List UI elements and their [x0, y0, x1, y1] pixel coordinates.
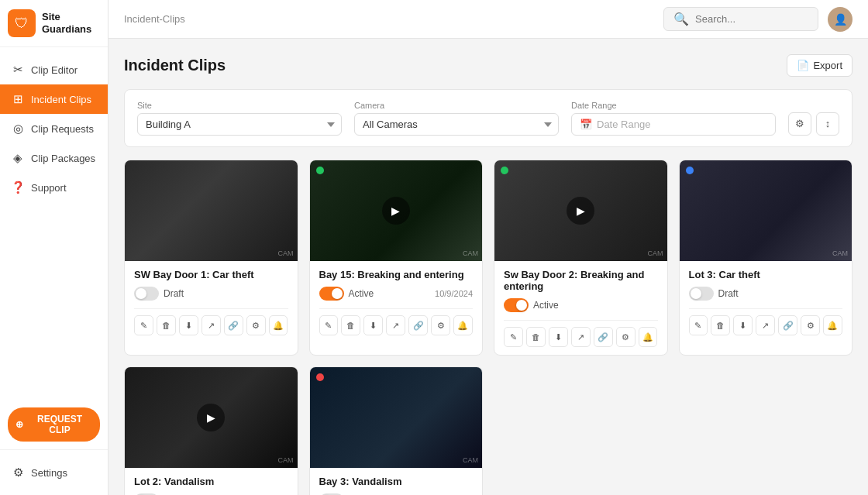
status-dot — [316, 373, 324, 381]
date-range-label: Date Range — [571, 101, 776, 110]
request-clip-button[interactable]: ⊕ REQUEST CLIP — [8, 407, 100, 442]
play-button[interactable]: ▶ — [567, 197, 594, 225]
export-button[interactable]: 📄 Export — [787, 54, 852, 77]
clip-actions: ✎ 🗑 ⬇ ↗ 🔗 ⚙ 🔔 — [319, 308, 474, 335]
link-button[interactable]: 🔗 — [594, 327, 613, 347]
thumb-detail: CAM — [463, 456, 478, 464]
search-bar[interactable]: 🔍 — [663, 7, 818, 31]
edit-button[interactable]: ✎ — [134, 315, 153, 335]
delete-button[interactable]: 🗑 — [711, 315, 730, 335]
sidebar-item-support[interactable]: ❓ Support — [0, 173, 108, 202]
topbar-right: 🔍 👤 — [663, 7, 852, 32]
request-clip-label: REQUEST CLIP — [27, 414, 92, 435]
filters-row: Site Building A Building B Building C Ca… — [124, 89, 852, 147]
clip-status-row: Active 10/9/2024 — [319, 287, 474, 301]
download-button[interactable]: ⬇ — [179, 315, 198, 335]
delete-button[interactable]: 🗑 — [341, 315, 360, 335]
download-button[interactable]: ⬇ — [363, 315, 383, 335]
search-icon: 🔍 — [673, 12, 689, 26]
clip-card: CAM SW Bay Door 1: Car theft Draft ✎ 🗑 ⬇… — [124, 160, 298, 356]
download-button[interactable]: ⬇ — [549, 327, 568, 347]
filter-button[interactable]: ⚙ — [788, 112, 811, 136]
clip-thumbnail[interactable]: ▶ CAM — [310, 160, 483, 261]
sort-icon: ↕ — [825, 118, 831, 129]
settings-button[interactable]: ⚙ — [801, 315, 820, 335]
sidebar-item-label: Clip Requests — [31, 123, 94, 135]
clip-requests-icon: ◎ — [11, 122, 25, 136]
site-select[interactable]: Building A Building B Building C — [137, 113, 342, 136]
share-button[interactable]: ↗ — [571, 327, 591, 347]
sidebar-item-clip-requests[interactable]: ◎ Clip Requests — [0, 114, 108, 143]
clip-info: Sw Bay Door 2: Breaking and entering Act… — [494, 261, 667, 355]
toggle-wrap: Active — [504, 298, 559, 312]
clip-title: SW Bay Door 1: Car theft — [134, 269, 288, 280]
toggle-wrap: Draft — [134, 287, 184, 301]
settings-button[interactable]: ⚙ — [616, 327, 636, 347]
alert-button[interactable]: 🔔 — [823, 315, 842, 335]
link-button[interactable]: 🔗 — [224, 315, 243, 335]
camera-select[interactable]: All Cameras Camera 1 Camera 2 — [354, 113, 559, 136]
avatar[interactable]: 👤 — [828, 7, 852, 32]
status-toggle[interactable] — [134, 287, 159, 301]
clip-thumbnail[interactable]: ▶ CAM — [494, 160, 667, 261]
sidebar-bottom: ⚙ Settings — [0, 449, 108, 495]
filter-date-range: Date Range 📅 Date Range — [571, 101, 776, 136]
sidebar-item-settings[interactable]: ⚙ Settings — [0, 458, 108, 487]
share-button[interactable]: ↗ — [756, 315, 775, 335]
sidebar: 🛡 Site Guardians ✂ Clip Editor ⊞ Inciden… — [0, 0, 108, 495]
clip-info: Lot 3: Car theft Draft ✎ 🗑 ⬇ ↗ 🔗 ⚙ 🔔 — [680, 261, 852, 343]
clip-thumbnail[interactable]: CAM — [125, 160, 298, 261]
clip-actions: ✎ 🗑 ⬇ ↗ 🔗 ⚙ 🔔 — [134, 308, 288, 335]
clip-status-row: Draft — [689, 287, 843, 301]
link-button[interactable]: 🔗 — [778, 315, 797, 335]
toggle-wrap: Draft — [689, 287, 739, 301]
clip-thumbnail[interactable]: CAM — [310, 367, 483, 468]
play-button[interactable]: ▶ — [382, 197, 410, 225]
share-button[interactable]: ↗ — [202, 315, 221, 335]
thumb-detail: CAM — [278, 456, 294, 464]
sidebar-item-clip-packages[interactable]: ◈ Clip Packages — [0, 143, 108, 173]
status-toggle[interactable] — [319, 287, 344, 301]
share-button[interactable]: ↗ — [386, 315, 405, 335]
clip-thumbnail[interactable]: ▶ CAM — [125, 367, 298, 468]
date-range-picker[interactable]: 📅 Date Range — [571, 113, 776, 136]
thumb-overlay: ▶ CAM — [310, 160, 483, 261]
play-button[interactable]: ▶ — [197, 404, 225, 431]
delete-button[interactable]: 🗑 — [526, 327, 546, 347]
search-input[interactable] — [695, 13, 808, 25]
sidebar-item-label: Settings — [31, 467, 67, 479]
thumb-detail: CAM — [648, 249, 663, 257]
site-label: Site — [137, 101, 342, 110]
status-dot — [686, 167, 694, 174]
clip-title: Bay 3: Vandalism — [319, 476, 474, 487]
status-toggle[interactable] — [689, 287, 714, 301]
edit-button[interactable]: ✎ — [689, 315, 708, 335]
clip-thumbnail[interactable]: CAM — [680, 160, 852, 261]
edit-button[interactable]: ✎ — [319, 315, 339, 335]
content-area: Incident Clips 📄 Export Site Building A … — [108, 39, 868, 495]
main-content: Incident-Clips 🔍 👤 Incident Clips 📄 Expo… — [108, 0, 868, 495]
link-button[interactable]: 🔗 — [408, 315, 428, 335]
status-label: Active — [533, 300, 559, 311]
calendar-icon: 📅 — [580, 119, 592, 130]
settings-button[interactable]: ⚙ — [246, 315, 266, 335]
clip-card: ▶ CAM Lot 2: Vandalism Draft ✎ 🗑 ⬇ ↗ 🔗 ⚙… — [124, 366, 298, 495]
settings-icon: ⚙ — [11, 466, 25, 480]
thumb-overlay: CAM — [125, 160, 298, 261]
alert-button[interactable]: 🔔 — [453, 315, 473, 335]
settings-button[interactable]: ⚙ — [431, 315, 450, 335]
sidebar-item-label: Support — [31, 182, 67, 194]
edit-button[interactable]: ✎ — [504, 327, 523, 347]
alert-button[interactable]: 🔔 — [639, 327, 658, 347]
sort-button[interactable]: ↕ — [816, 112, 839, 136]
sidebar-item-incident-clips[interactable]: ⊞ Incident Clips — [0, 84, 108, 114]
alert-button[interactable]: 🔔 — [269, 315, 288, 335]
support-icon: ❓ — [11, 180, 25, 194]
sidebar-item-clip-editor[interactable]: ✂ Clip Editor — [0, 55, 108, 84]
clip-actions: ✎ 🗑 ⬇ ↗ 🔗 ⚙ 🔔 — [689, 308, 843, 335]
delete-button[interactable]: 🗑 — [157, 315, 176, 335]
status-toggle[interactable] — [504, 298, 529, 312]
thumb-detail: CAM — [463, 249, 478, 257]
download-button[interactable]: ⬇ — [733, 315, 753, 335]
clip-title: Bay 15: Breaking and entering — [319, 269, 474, 280]
